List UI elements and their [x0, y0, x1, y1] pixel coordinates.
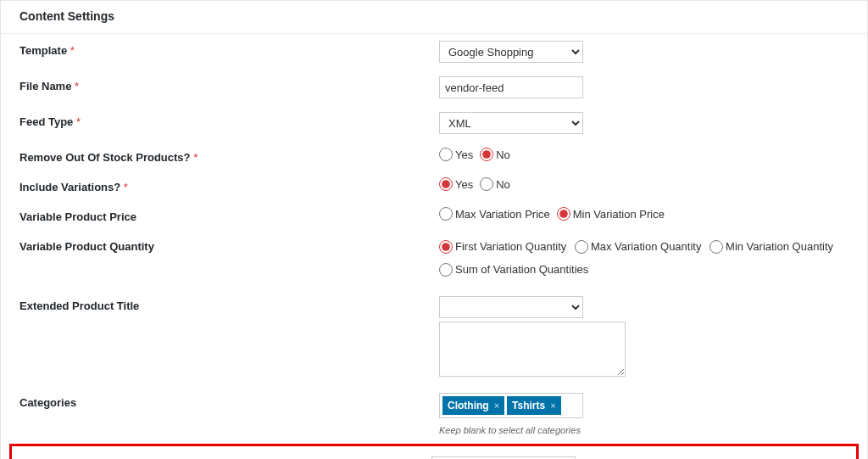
panel-header: Content Settings [1, 1, 867, 34]
row-feed-type: Feed Type * XML [1, 105, 867, 141]
include-variations-yes[interactable]: Yes [439, 177, 473, 191]
variable-qty-min[interactable]: Min Variation Quantity [709, 237, 833, 256]
variable-price-max[interactable]: Max Variation Price [439, 207, 550, 221]
label-extended-title: Extended Product Title [19, 296, 439, 312]
label-categories: Categories [19, 393, 439, 409]
required-asterisk: * [75, 80, 79, 92]
content-settings-panel: Content Settings Template * Google Shopp… [0, 0, 868, 459]
label-include-variations: Include Variations? * [19, 177, 439, 193]
row-include-variations: Include Variations? * Yes No [1, 171, 867, 200]
include-variations-no[interactable]: No [480, 177, 510, 191]
label-remove-oos: Remove Out Of Stock Products? * [19, 148, 439, 164]
include-variations-radio-group: Yes No [439, 177, 849, 191]
category-tag: Clothing × [442, 396, 504, 415]
feed-type-select[interactable]: XML [439, 112, 583, 134]
extended-title-textarea[interactable] [439, 322, 626, 377]
categories-helper: Keep blank to select all categories [439, 425, 849, 435]
panel-title: Content Settings [19, 9, 849, 23]
row-extended-title: Extended Product Title [1, 289, 867, 386]
file-name-input[interactable] [439, 76, 583, 98]
variable-qty-radio-group: First Variation Quantity Max Variation Q… [439, 237, 849, 283]
row-vendors: Select Vendors John Doe × Keep blank to … [12, 450, 856, 459]
row-variable-price: Variable Product Price Max Variation Pri… [1, 200, 867, 230]
categories-multiselect[interactable]: Clothing × Tshirts × [439, 393, 583, 418]
variable-qty-sum[interactable]: Sum of Variation Quantities [439, 260, 588, 279]
remove-oos-yes[interactable]: Yes [439, 148, 473, 161]
template-select[interactable]: Google Shopping [439, 41, 583, 63]
remove-tag-icon[interactable]: × [494, 400, 499, 411]
remove-tag-icon[interactable]: × [550, 400, 555, 411]
label-file-name: File Name * [19, 76, 439, 92]
required-asterisk: * [70, 44, 75, 57]
row-variable-qty: Variable Product Quantity First Variatio… [1, 230, 867, 289]
row-file-name: File Name * [1, 70, 867, 105]
remove-oos-radio-group: Yes No [439, 148, 849, 161]
row-template: Template * Google Shopping [1, 34, 867, 70]
required-asterisk: * [76, 115, 81, 128]
label-variable-qty: Variable Product Quantity [19, 237, 439, 253]
label-variable-price: Variable Product Price [19, 207, 439, 223]
row-remove-oos: Remove Out Of Stock Products? * Yes No [1, 141, 867, 171]
label-feed-type: Feed Type * [19, 112, 439, 128]
variable-qty-max[interactable]: Max Variation Quantity [575, 237, 702, 256]
required-asterisk: * [193, 151, 198, 164]
category-tag: Tshirts × [507, 396, 561, 415]
row-categories: Categories Clothing × Tshirts × Keep bla… [1, 386, 867, 442]
variable-qty-first[interactable]: First Variation Quantity [439, 237, 566, 256]
variable-price-radio-group: Max Variation Price Min Variation Price [439, 207, 849, 221]
required-asterisk: * [124, 181, 128, 193]
vendors-highlight: Select Vendors John Doe × Keep blank to … [9, 444, 859, 459]
variable-price-min[interactable]: Min Variation Price [557, 207, 665, 221]
extended-title-select[interactable] [439, 296, 583, 318]
remove-oos-no[interactable]: No [480, 148, 510, 161]
label-template: Template * [19, 41, 439, 57]
